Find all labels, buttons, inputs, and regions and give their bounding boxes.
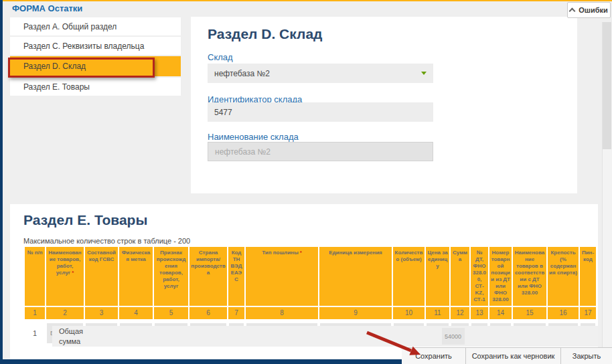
header-cell: № ДТ, ФНО 328.00, СТ-KZ, СТ-1 [471,247,488,306]
header-num-cell: 17 [580,307,596,319]
header-cell: Номер товарной позиции из ДТ или ФНО 328… [489,247,512,306]
table-header-row: № п/п Наименование товаров, работ, услуг… [25,247,596,306]
header-num-cell: 10 [393,307,425,319]
header-cell: Наименование товаров в соответствии с ДТ… [513,247,546,306]
sidebar-item-section-e[interactable]: Раздел Е. Товары [10,78,181,96]
sidebar-item-label: Раздел Е. Товары [23,82,90,92]
header-cell: Составной код ГСВС [85,247,118,306]
sidebar-item-section-a[interactable]: Раздел А. Общий раздел [10,17,181,35]
header-num-cell: 1 [25,307,45,319]
header-num-cell: 2 [46,307,84,319]
header-cell: Количество (объем) [393,247,425,306]
warehouse-select-value: нефтебаза №2 [214,69,270,78]
form-title: ФОРМА Остатки [12,3,82,13]
required-asterisk: * [72,270,74,276]
save-draft-button[interactable]: Сохранить как черновик [465,348,560,364]
warehouse-name-value: нефтебаза №2 [215,147,271,157]
sidebar: Раздел А. Общий раздел Раздел С. Реквизи… [10,17,181,97]
header-cell: Цена за единицу [426,247,449,306]
sidebar-item-label: Раздел С. Реквизиты владельца [23,41,144,51]
header-num-cell: 11 [426,307,449,319]
warehouse-select[interactable]: нефтебаза №2 [208,64,433,83]
header-cell: Пин-код [580,247,596,306]
total-sum-row: Общая сумма 54000 [52,326,598,347]
footer-button-bar: Сохранить Сохранить как черновик Закрыть [402,347,612,364]
header-cell: Единица измерения [319,247,392,306]
header-cell: Признак происхождения товаров, работ, ус… [154,247,188,306]
sidebar-item-label: Раздел А. Общий раздел [23,22,117,31]
warehouse-name-label: Наименование склада [208,132,299,142]
sidebar-item-label: Раздел D. Склад [23,62,86,71]
header-num-cell: 3 [85,307,118,319]
header-cell: Физическая метка [119,247,153,306]
close-button[interactable]: Закрыть [560,348,612,364]
header-cell: Страна импорта/ производства [189,247,227,306]
header-cell: Крепость (% содержания спирта) [548,247,579,306]
header-num-cell: 4 [119,307,153,319]
chevron-down-icon [421,72,427,75]
header-cell: Сумма [451,247,469,306]
header-num-cell: 15 [513,307,546,319]
header-num-cell: 8 [246,307,318,319]
left-frame-strip [0,0,3,364]
page: ФОРМА Остатки Ошибки Раздел А. Общий раз… [0,0,612,364]
header-num-cell: 7 [228,307,244,319]
header-cell: Наименование товаров, работ, услуг* [46,247,84,306]
scrollbar-thumb[interactable] [603,22,611,149]
total-sum-value: 54000 [442,328,465,345]
section-d-title: Раздел D. Склад [208,26,322,42]
sidebar-item-section-c[interactable]: Раздел С. Реквизиты владельца [10,37,181,55]
header-num-cell: 16 [548,307,579,319]
save-button[interactable]: Сохранить [402,348,465,364]
errors-button[interactable]: Ошибки [567,2,611,18]
vertical-scrollbar[interactable] [602,22,612,359]
header-num-cell: 9 [319,307,392,319]
table-number-row: 1 2 3 4 5 6 7 8 9 10 11 12 13 14 15 16 1… [25,307,596,319]
max-rows-note: Максимальное количество строк в таблице … [23,237,190,245]
row-number: 1 [25,321,45,346]
header-num-cell: 13 [471,307,488,319]
top-accent-line [0,0,612,1]
header-num-cell: 6 [189,307,227,319]
chevron-up-icon [569,8,576,15]
section-e-title: Раздел Е. Товары [23,212,147,228]
sidebar-item-section-d[interactable]: Раздел D. Склад [10,56,181,76]
header-cell: Код ТН ВЭД ЕАЭС [228,247,244,306]
header-cell: № п/п [25,247,45,306]
total-sum-label: Общая сумма [52,327,92,346]
header-num-cell: 12 [451,307,469,319]
header-num-cell: 14 [489,307,512,319]
warehouse-name-input: нефтебаза №2 [208,142,433,161]
header-cell: Тип пошлины* [246,247,318,306]
errors-button-label: Ошибки [579,6,608,14]
required-asterisk: * [300,250,302,256]
warehouse-id-input[interactable]: 5477 [208,102,433,122]
warehouse-label: Склад [208,52,233,62]
section-e-panel: Раздел Е. Товары Максимальное количество… [10,204,598,359]
warehouse-id-value: 5477 [214,108,232,117]
header-num-cell: 5 [154,307,188,319]
section-d-panel: Раздел D. Склад Склад нефтебаза №2 Идент… [191,17,577,193]
